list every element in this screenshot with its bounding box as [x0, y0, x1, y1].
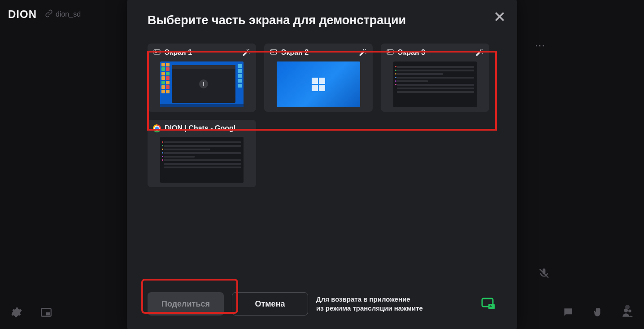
more-menu-icon[interactable]: ⋮ [534, 41, 546, 52]
screen-thumbnail [264, 61, 373, 112]
svg-rect-16 [387, 50, 393, 54]
share-options-grid: Экран 1 I Экран 2 [148, 44, 496, 187]
cancel-button[interactable]: Отмена [232, 292, 308, 316]
svg-point-11 [247, 49, 248, 50]
screen-option-3[interactable]: Экран 3 [381, 44, 489, 112]
annotation-tool-icon[interactable] [358, 48, 367, 57]
screen-option-label: Экран 2 [281, 48, 355, 57]
annotation-tool-icon[interactable] [475, 48, 484, 57]
app-logo: DION [8, 8, 37, 21]
return-hint-text: Для возврата в приложение из режима тран… [316, 295, 472, 313]
room-code: dion_sd [56, 10, 81, 18]
monitor-icon [270, 48, 278, 57]
screen-option-1[interactable]: Экран 1 I [148, 44, 256, 112]
annotation-tool-icon[interactable] [242, 48, 251, 57]
svg-point-14 [366, 53, 366, 54]
chat-icon[interactable] [562, 307, 574, 320]
participants-badge [625, 305, 630, 309]
participants-icon[interactable] [622, 307, 633, 320]
dialog-title: Выберите часть экрана для демонстрации [148, 13, 496, 27]
link-icon [45, 9, 53, 19]
svg-rect-12 [270, 50, 277, 54]
pip-icon[interactable] [40, 307, 52, 320]
svg-point-10 [249, 53, 250, 54]
room-link[interactable]: dion_sd [45, 9, 81, 19]
screen-option-label: Экран 1 [165, 48, 238, 57]
monitor-icon [386, 48, 394, 57]
svg-point-5 [628, 310, 631, 313]
window-thumbnail [148, 137, 256, 187]
svg-point-9 [155, 51, 156, 52]
share-button[interactable]: Поделиться [148, 292, 224, 316]
window-option-label: DION | Chats - Googl… [165, 124, 251, 132]
monitor-icon [153, 48, 161, 57]
dialog-footer: Поделиться Отмена Для возврата в приложе… [148, 292, 496, 316]
mic-muted-icon[interactable] [538, 268, 550, 281]
screen-thumbnail [381, 61, 489, 112]
window-option-chrome[interactable]: DION | Chats - Googl… [148, 120, 256, 187]
return-to-app-icon[interactable] [480, 296, 496, 312]
raise-hand-icon[interactable] [592, 307, 604, 320]
svg-rect-2 [46, 312, 50, 316]
svg-point-15 [363, 49, 364, 50]
screen-thumbnail: I [148, 61, 256, 112]
chrome-icon [153, 124, 161, 132]
svg-point-13 [271, 51, 272, 52]
screen-share-dialog: Выберите часть экрана для демонстрации Э… [127, 0, 517, 329]
svg-point-17 [388, 51, 389, 52]
svg-rect-8 [154, 50, 160, 54]
close-button[interactable] [493, 10, 506, 23]
settings-gear-icon[interactable] [11, 307, 22, 320]
svg-point-19 [480, 49, 481, 50]
screen-option-2[interactable]: Экран 2 [264, 44, 373, 112]
svg-point-18 [482, 53, 483, 54]
screen-option-label: Экран 3 [398, 48, 471, 57]
